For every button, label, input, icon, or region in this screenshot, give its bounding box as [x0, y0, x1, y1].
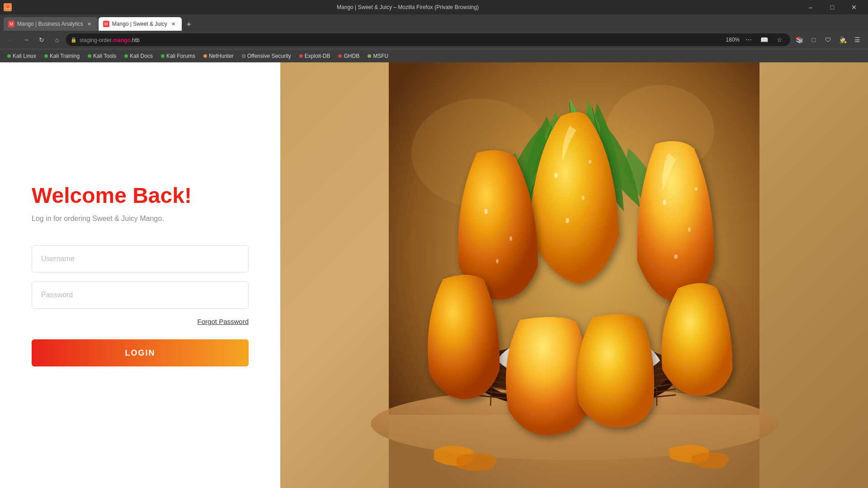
bookmark-dot [242, 54, 245, 58]
bookmark-label: Kali Training [50, 53, 80, 59]
tab-favicon-1: M [8, 21, 14, 27]
container-button[interactable]: □ [807, 33, 820, 46]
bookmark-nethunter[interactable]: NetHunter [200, 51, 237, 61]
svg-point-22 [509, 236, 512, 241]
tab-label-2: Mango | Sweet & Juicy [112, 21, 167, 27]
svg-point-24 [663, 200, 666, 205]
close-button[interactable]: ✕ [844, 0, 864, 14]
welcome-title: Welcome Back! [32, 184, 249, 208]
bookmark-label: Kali Tools [93, 53, 116, 59]
login-panel: Welcome Back! Log in for ordering Sweet … [0, 62, 280, 488]
reader-mode-button[interactable]: 📖 [758, 33, 770, 46]
title-bar: 🦊 Mango | Sweet & Juicy – Mozilla Firefo… [0, 0, 868, 14]
username-input[interactable] [32, 245, 249, 272]
extensions-button[interactable]: ⋯ [742, 33, 755, 46]
new-tab-button[interactable]: + [183, 18, 195, 31]
mango-image-panel [280, 62, 868, 488]
title-bar-icons: 🦊 [4, 3, 12, 11]
tab-label-1: Mango | Business Analytics [17, 21, 83, 27]
svg-point-19 [566, 218, 569, 223]
title-bar-text: Mango | Sweet & Juicy – Mozilla Firefox … [18, 4, 797, 10]
bookmark-kali-forums[interactable]: Kali Forums [157, 51, 199, 61]
bookmark-kali-training[interactable]: Kali Training [41, 51, 83, 61]
url-protocol: staging-order. [80, 37, 113, 43]
bookmark-label: Kali Docs [130, 53, 153, 59]
svg-point-23 [496, 259, 499, 263]
forgot-password-link[interactable]: Forgot Password [198, 318, 249, 325]
tab-sweet-juicy[interactable]: M Mango | Sweet & Juicy ✕ [99, 17, 182, 31]
bookmark-msfu[interactable]: MSFU [364, 51, 392, 61]
bookmark-label: NetHunter [209, 53, 234, 59]
svg-point-20 [589, 160, 591, 164]
bookmark-ghdb[interactable]: GHDB [335, 51, 363, 61]
bookmarks-bar: Kali Linux Kali Training Kali Tools Kali… [0, 49, 868, 62]
bookmark-label: Kali Linux [13, 53, 36, 59]
browser-icon: 🦊 [4, 3, 12, 11]
svg-point-25 [688, 227, 691, 232]
tab-business-analytics[interactable]: M Mango | Business Analytics ✕ [4, 17, 98, 31]
shield-button[interactable]: 🛡 [822, 33, 835, 46]
minimize-button[interactable]: – [800, 0, 821, 14]
bookmark-kali-linux[interactable]: Kali Linux [4, 51, 40, 61]
url-tld: .htb [131, 37, 140, 43]
bookmark-dot [299, 54, 303, 58]
bookmark-dot [338, 54, 342, 58]
home-button[interactable]: ⌂ [51, 33, 63, 46]
url-display: staging-order.mango.htb [80, 37, 721, 43]
bookmark-kali-docs[interactable]: Kali Docs [121, 51, 156, 61]
menu-button[interactable]: ☰ [851, 33, 863, 46]
nav-bar: ← → ↻ ⌂ 🔒 staging-order.mango.htb 180% ⋯… [0, 31, 868, 49]
bookmark-offensive-security[interactable]: Offensive Security [238, 51, 295, 61]
reload-button[interactable]: ↻ [35, 33, 48, 46]
bookmark-exploit-db[interactable]: Exploit-DB [296, 51, 334, 61]
zoom-level: 180% [726, 37, 740, 43]
svg-point-17 [554, 173, 558, 178]
maximize-button[interactable]: □ [822, 0, 843, 14]
bookmark-dot [7, 54, 11, 58]
synced-tabs-button[interactable]: 📚 [793, 33, 806, 46]
tab-close-1[interactable]: ✕ [86, 20, 93, 28]
password-group [32, 282, 249, 309]
username-group [32, 245, 249, 272]
tab-favicon-2: M [103, 21, 109, 27]
forward-button[interactable]: → [20, 33, 33, 46]
lock-icon: 🔒 [71, 37, 77, 43]
bookmark-dot [161, 54, 165, 58]
private-icon: 🕵 [836, 33, 849, 46]
svg-point-27 [695, 187, 698, 191]
bookmark-label: Kali Forums [166, 53, 195, 59]
bookmark-kali-tools[interactable]: Kali Tools [84, 51, 120, 61]
forgot-password-container: Forgot Password [32, 318, 249, 326]
window-controls: – □ ✕ [800, 0, 864, 14]
address-bar[interactable]: 🔒 staging-order.mango.htb 180% ⋯ 📖 ☆ [66, 33, 790, 46]
bookmark-dot [44, 54, 48, 58]
bookmark-dot [203, 54, 207, 58]
bookmark-label: MSFU [373, 53, 388, 59]
page-content: Welcome Back! Log in for ordering Sweet … [0, 62, 868, 488]
svg-point-26 [674, 254, 678, 259]
bookmark-label: GHDB [344, 53, 359, 59]
browser-chrome: 🦊 Mango | Sweet & Juicy – Mozilla Firefo… [0, 0, 868, 62]
login-button[interactable]: LOGIN [32, 339, 249, 366]
bookmark-star-button[interactable]: ☆ [773, 33, 786, 46]
welcome-subtitle: Log in for ordering Sweet & Juicy Mango. [32, 215, 249, 223]
bookmark-label: Exploit-DB [305, 53, 330, 59]
password-input[interactable] [32, 282, 249, 309]
svg-point-21 [484, 209, 488, 214]
tab-close-2[interactable]: ✕ [170, 20, 177, 28]
svg-point-18 [582, 196, 585, 200]
mango-illustration [280, 62, 868, 488]
bookmark-label: Offensive Security [247, 53, 291, 59]
bookmark-dot [124, 54, 128, 58]
bookmark-dot [88, 54, 91, 58]
tab-bar: M Mango | Business Analytics ✕ M Mango |… [0, 14, 868, 31]
back-button[interactable]: ← [5, 33, 17, 46]
bookmark-dot [368, 54, 371, 58]
url-domain: mango [113, 37, 130, 43]
nav-right-icons: 📚 □ 🛡 🕵 ☰ [793, 33, 863, 46]
